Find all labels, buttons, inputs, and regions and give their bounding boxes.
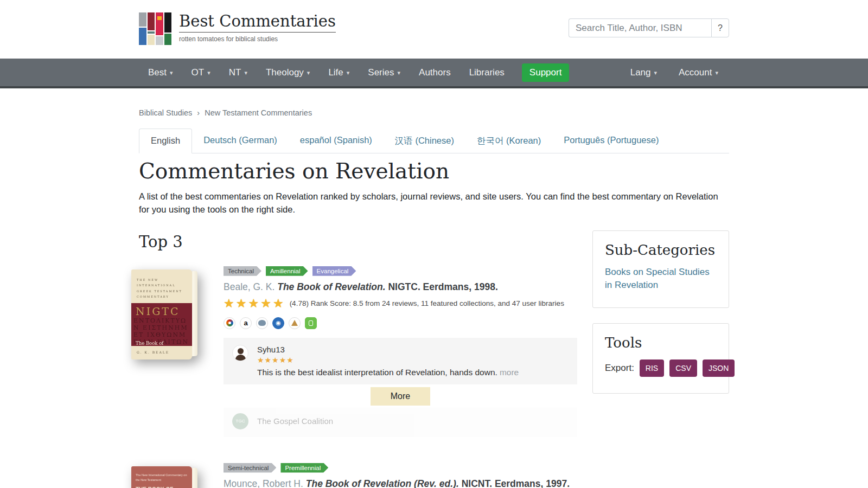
book-entry: THE NEW INTERNATIONAL GREEK TESTAMENT CO… [139, 266, 577, 437]
tag-evangelical[interactable]: Evangelical [312, 266, 356, 276]
nav-support-button[interactable]: Support [522, 63, 570, 82]
star-rating-icons: ★★★★★ [224, 298, 285, 310]
kindle-icon[interactable] [305, 317, 317, 329]
export-csv-button[interactable]: CSV [669, 359, 697, 377]
export-json-button[interactable]: JSON [703, 359, 735, 377]
caret-down-icon: ▾ [307, 69, 310, 76]
subcategories-card: Sub-Categories Books on Special Studies … [592, 230, 729, 309]
faithlife-icon[interactable] [289, 317, 301, 329]
caret-down-icon: ▾ [170, 69, 173, 76]
breadcrumb: Biblical Studies › New Testament Comment… [139, 108, 729, 117]
nav-item-best[interactable]: Best ▾ [139, 59, 182, 86]
book-title-text: The Book of Revelation (Rev. ed.). [306, 478, 459, 488]
book-series-publisher: NICNT. Eerdmans, 1997. [462, 478, 570, 488]
book-author-link[interactable]: Beale, G. K. [224, 281, 275, 292]
book-cover[interactable]: THE NEW INTERNATIONAL GREEK TESTAMENT CO… [131, 269, 192, 359]
search-help-button[interactable]: ? [711, 18, 729, 37]
accordance-icon[interactable] [256, 317, 268, 329]
caret-down-icon: ▾ [207, 69, 210, 76]
nav-item-series[interactable]: Series ▾ [359, 59, 410, 86]
nav-item-lang[interactable]: Lang ▾ [620, 59, 668, 86]
amazon-icon[interactable]: a [240, 317, 252, 329]
nav-item-ot[interactable]: OT ▾ [182, 59, 220, 86]
nav-item-theology[interactable]: Theology ▾ [257, 59, 319, 86]
tab-spanish[interactable]: español (Spanish) [289, 129, 384, 153]
nav-item-libraries[interactable]: Libraries [460, 59, 514, 86]
tab-german[interactable]: Deutsch (German) [192, 129, 289, 153]
book-list: Top 3 THE NEW INTERNATIONAL GREEK TESTAM… [139, 230, 592, 488]
page-description: A list of the best commentaries on Revel… [139, 190, 729, 216]
export-ris-button[interactable]: RIS [640, 359, 664, 377]
review-text: This is the best idealist interpretation… [257, 368, 519, 377]
nav-item-account[interactable]: Account ▾ [668, 59, 729, 86]
review-more-link[interactable]: more [500, 368, 519, 377]
review-username[interactable]: Syhu13 [257, 345, 519, 354]
site-logo[interactable] [139, 12, 171, 45]
site-subtitle: rotten tomatoes for biblical studies [179, 35, 336, 43]
rank-score-text: (4.78) Rank Score: 8.5 from 24 reviews, … [290, 299, 564, 307]
caret-down-icon: ▾ [398, 69, 401, 76]
book-citation: Beale, G. K. The Book of Revelation. NIG… [224, 281, 577, 293]
book-title-text: The Book of Revelation. [277, 281, 385, 292]
export-label: Export: [605, 363, 634, 374]
caret-down-icon: ▾ [347, 69, 350, 76]
nav-item-nt[interactable]: NT ▾ [220, 59, 257, 86]
tab-chinese[interactable]: 汉语 (Chinese) [384, 129, 465, 153]
tag-amillennial[interactable]: Amillennial [266, 266, 308, 276]
nav-item-authors[interactable]: Authors [410, 59, 460, 86]
tab-portuguese[interactable]: Português (Portuguese) [552, 129, 670, 153]
logos-icon[interactable] [224, 317, 235, 329]
tag-semi-technical[interactable]: Semi-technical [224, 463, 276, 473]
subcategories-title: Sub-Categories [605, 242, 717, 258]
site-title[interactable]: Best Commentaries [179, 12, 336, 33]
review-star-rating-icons: ★★★★★ [257, 356, 519, 364]
book-citation: Mounce, Robert H. The Book of Revelation… [224, 478, 577, 488]
more-reviews-button[interactable]: More [371, 387, 430, 406]
caret-down-icon: ▾ [715, 69, 718, 76]
book-series-publisher: NIGTC. Eerdmans, 1998. [388, 281, 497, 292]
book-cover[interactable]: The New International Commentary on the … [131, 466, 192, 488]
olivetree-icon[interactable]: ◉ [272, 317, 284, 329]
nav-item-life[interactable]: Life ▾ [319, 59, 359, 86]
caret-down-icon: ▾ [244, 69, 247, 76]
search-area: ? [569, 18, 729, 37]
search-input[interactable] [569, 18, 711, 37]
caret-down-icon: ▾ [654, 69, 658, 76]
review-card: Syhu13 ★★★★★ This is the best idealist i… [224, 338, 577, 384]
book-author-link[interactable]: Mounce, Robert H. [224, 478, 303, 488]
tools-card: Tools Export: RIS CSV JSON [592, 323, 729, 394]
tab-english[interactable]: English [139, 129, 192, 153]
tag-technical[interactable]: Technical [224, 266, 261, 276]
user-avatar [232, 345, 248, 361]
partner-name: The Gospel Coalition [257, 416, 333, 426]
breadcrumb-current: New Testament Commentaries [205, 108, 312, 117]
subcategory-link[interactable]: Books on Special Studies in Revelation [605, 266, 717, 292]
tab-korean[interactable]: 한국어 (Korean) [465, 129, 552, 153]
logo-books-icon [139, 12, 146, 45]
partner-review-row[interactable]: TGC The Gospel Coalition [224, 408, 577, 437]
page-title: Commentaries on Revelation [139, 159, 729, 183]
sidebar: Sub-Categories Books on Special Studies … [592, 230, 729, 488]
language-tabs: English Deutsch (German) español (Spanis… [139, 129, 729, 153]
tools-title: Tools [605, 335, 717, 351]
tag-premillennial[interactable]: Premillennial [280, 463, 328, 473]
site-header: Best Commentaries rotten tomatoes for bi… [0, 0, 868, 59]
breadcrumb-biblical-studies[interactable]: Biblical Studies [139, 108, 192, 117]
main-nav: Best ▾ OT ▾ NT ▾ Theology ▾ Life ▾ Serie… [0, 59, 868, 88]
tgc-avatar: TGC [232, 413, 248, 429]
breadcrumb-separator-icon: › [197, 108, 200, 117]
book-entry: The New International Commentary on the … [139, 463, 577, 488]
section-title-top3: Top 3 [139, 233, 577, 251]
